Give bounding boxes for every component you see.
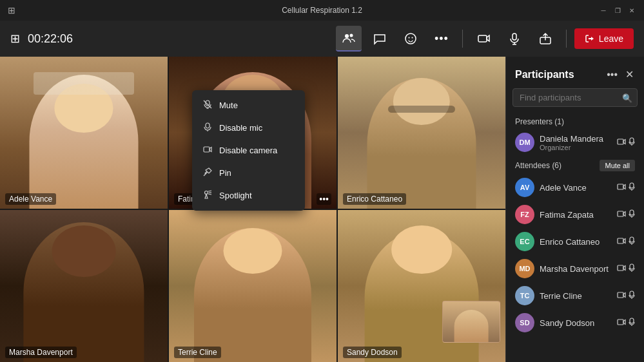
pip-person xyxy=(454,310,489,342)
avatar-daniela: DM xyxy=(515,133,534,152)
participant-row-enrico[interactable]: EC Enrico Cattaneo xyxy=(506,228,644,255)
sandy-name: Sandy Dodson xyxy=(347,348,398,357)
svg-rect-35 xyxy=(630,264,634,269)
titlebar-controls: ─ ❐ ✕ xyxy=(599,6,636,15)
mic-sandy xyxy=(629,318,635,329)
svg-rect-32 xyxy=(630,237,634,242)
menu-item-disable-mic[interactable]: Disable mic xyxy=(192,117,305,139)
presenters-label: Presenters (1) xyxy=(515,117,564,126)
attendees-label: Attendees (6) xyxy=(515,161,561,170)
participant-row-fatima[interactable]: FZ Fatima Zapata xyxy=(506,201,644,228)
more-icon: ••• xyxy=(434,32,449,46)
sidebar-header: Participants ••• ✕ xyxy=(506,57,644,88)
menu-item-mute[interactable]: Mute xyxy=(192,94,305,117)
sidebar-title: Participants xyxy=(515,69,574,81)
mic-adele xyxy=(629,182,635,193)
search-icon: 🔍 xyxy=(622,93,632,102)
avatar-marsha: MD xyxy=(515,259,534,278)
minimize-button[interactable]: ─ xyxy=(599,6,608,15)
video-cell-adele: Adele Vance xyxy=(0,57,168,209)
svg-rect-29 xyxy=(630,210,634,215)
divider-2 xyxy=(566,30,567,48)
sidebar-header-actions: ••• ✕ xyxy=(605,67,635,82)
pin-icon xyxy=(202,167,213,178)
svg-rect-16 xyxy=(204,147,210,152)
participant-row-daniela[interactable]: DM Daniela Mandera Organizer xyxy=(506,129,644,156)
svg-rect-37 xyxy=(618,292,623,298)
participants-button[interactable] xyxy=(336,26,362,52)
name-marsha: Marsha Davenport xyxy=(540,264,612,274)
participant-row-terrie[interactable]: TC Terrie Cline xyxy=(506,282,644,309)
participant-icons-fatima xyxy=(617,209,635,220)
menu-item-spotlight[interactable]: Spotlight xyxy=(192,184,305,207)
mic-enrico xyxy=(629,236,635,247)
svg-line-13 xyxy=(204,100,211,108)
share-button[interactable] xyxy=(532,26,558,52)
menu-item-pin[interactable]: Pin xyxy=(192,162,305,184)
participants-search: 🔍 xyxy=(512,88,638,107)
participant-row-marsha[interactable]: MD Marsha Davenport xyxy=(506,255,644,282)
avatar-terrie: TC xyxy=(515,286,534,305)
chat-icon xyxy=(373,32,386,45)
mic-button[interactable] xyxy=(502,26,527,52)
attendees-section-header: Attendees (6) Mute all xyxy=(506,156,644,174)
chat-button[interactable] xyxy=(367,26,393,52)
enrico-name: Enrico Cattaneo xyxy=(347,195,402,204)
participant-icons-enrico xyxy=(617,236,635,247)
svg-rect-38 xyxy=(630,291,634,296)
restore-button[interactable]: ❐ xyxy=(613,6,622,15)
svg-point-0 xyxy=(345,34,349,38)
svg-rect-22 xyxy=(618,139,623,144)
cam-marsha xyxy=(617,264,626,274)
cam-adele xyxy=(617,183,626,193)
close-button[interactable]: ✕ xyxy=(627,6,636,15)
titlebar-left: ⊞ xyxy=(8,5,15,15)
camera-icon-daniela xyxy=(617,138,626,148)
divider xyxy=(462,30,463,48)
more-options-button[interactable]: ••• xyxy=(429,26,454,52)
sidebar: Participants ••• ✕ 🔍 Presenters (1) DM D… xyxy=(505,57,644,362)
video-cell-terrie: Terrie Cline xyxy=(169,210,337,362)
svg-rect-6 xyxy=(512,33,516,40)
presenters-section-header: Presenters (1) xyxy=(506,113,644,129)
role-daniela: Organizer xyxy=(540,144,612,151)
apps-grid-icon[interactable]: ⊞ xyxy=(8,5,15,15)
fatima-more-button[interactable]: ••• xyxy=(317,193,331,205)
participant-row-adele[interactable]: AV Adele Vance xyxy=(506,174,644,201)
name-sandy: Sandy Dodson xyxy=(540,318,612,328)
name-terrie: Terrie Cline xyxy=(540,291,612,301)
svg-point-4 xyxy=(411,37,413,39)
disable-mic-icon xyxy=(202,122,213,133)
mic-terrie xyxy=(629,291,635,301)
mute-all-button[interactable]: Mute all xyxy=(600,160,635,171)
sidebar-more-button[interactable]: ••• xyxy=(605,68,619,82)
sidebar-close-button[interactable]: ✕ xyxy=(624,67,635,82)
cam-fatima xyxy=(617,210,626,220)
spotlight-icon xyxy=(202,190,213,201)
reactions-button[interactable] xyxy=(398,26,424,52)
name-fatima: Fatima Zapata xyxy=(540,210,612,220)
marsha-name: Marsha Davenport xyxy=(9,348,73,357)
topbar: ⊞ 00:22:06 ••• xyxy=(0,21,644,57)
apps-grid-button[interactable]: ⊞ xyxy=(10,32,20,46)
topbar-right: ••• xyxy=(336,26,634,52)
search-input[interactable] xyxy=(512,88,638,107)
svg-line-17 xyxy=(204,174,206,176)
svg-point-3 xyxy=(408,37,409,39)
leave-button[interactable]: Leave xyxy=(574,28,634,49)
svg-line-21 xyxy=(208,194,211,195)
pip-video xyxy=(442,301,500,343)
avatar-sandy: SD xyxy=(515,313,534,332)
camera-button[interactable] xyxy=(471,26,496,52)
menu-item-disable-camera[interactable]: Disable camera xyxy=(192,139,305,162)
svg-rect-14 xyxy=(206,123,210,128)
adele-name: Adele Vance xyxy=(9,195,52,204)
initials-daniela: DM xyxy=(519,138,530,146)
svg-rect-41 xyxy=(630,318,634,323)
disable-camera-icon xyxy=(202,145,213,156)
participants-list: Presenters (1) DM Daniela Mandera Organi… xyxy=(506,113,644,362)
participant-row-sandy[interactable]: SD Sandy Dodson xyxy=(506,309,644,336)
mic-icon-daniela xyxy=(629,137,635,148)
cam-terrie xyxy=(617,291,626,301)
share-icon xyxy=(539,32,552,45)
